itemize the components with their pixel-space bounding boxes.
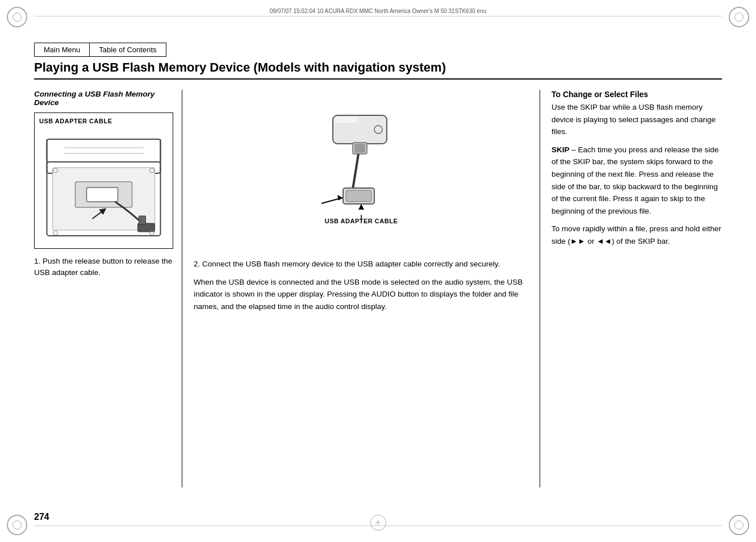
left-column: Connecting a USB Flash Memory Device USB… — [34, 90, 182, 487]
middle-column: USB ADAPTER CABLE 2. Connect the USB fla… — [182, 90, 540, 487]
right-text: Use the SKIP bar while a USB flash memor… — [552, 101, 722, 248]
corner-decoration-top-left — [7, 7, 27, 27]
move-text: To move rapidly within a file, press and… — [552, 223, 722, 247]
step1-text: 1. Push the release button to release th… — [34, 256, 173, 279]
print-info: 09/07/07 15:02:04 10 ACURA RDX MMC North… — [270, 8, 487, 14]
left-section-title: Connecting a USB Flash Memory Device — [34, 90, 173, 107]
content-columns: Connecting a USB Flash Memory Device USB… — [34, 90, 722, 487]
right-intro: Use the SKIP bar while a USB flash memor… — [552, 101, 722, 138]
usb-adapter-label-left: USB ADAPTER CABLE — [39, 118, 168, 124]
usb-flash-illustration: USB ADAPTER CABLE — [194, 95, 528, 255]
toc-button[interactable]: Table of Contents — [89, 43, 166, 57]
usb-diagram-box: USB ADAPTER CABLE — [34, 112, 173, 249]
right-section-title: To Change or Select Files — [552, 90, 722, 99]
middle-text: 2. Connect the USB flash memory device t… — [194, 258, 528, 312]
device-svg — [39, 128, 168, 241]
svg-rect-9 — [139, 216, 146, 224]
right-column: To Change or Select Files Use the SKIP b… — [540, 90, 722, 487]
skip-text: Each time you press and release the side… — [552, 145, 719, 215]
svg-marker-27 — [358, 204, 364, 210]
corner-decoration-bottom-left — [7, 515, 27, 535]
corner-decoration-bottom-right — [729, 515, 749, 535]
svg-rect-22 — [346, 190, 371, 202]
svg-rect-19 — [354, 144, 365, 153]
skip-dash: – — [571, 145, 576, 154]
top-border-line — [34, 16, 722, 16]
page-title: Playing a USB Flash Memory Device (Model… — [34, 60, 722, 80]
svg-marker-24 — [337, 195, 343, 201]
body-text: When the USB device is connected and the… — [194, 276, 528, 313]
step2-text: 2. Connect the USB flash memory device t… — [194, 258, 528, 270]
skip-description: SKIP – Each time you press and release t… — [552, 144, 722, 218]
page-container: 09/07/07 15:02:04 10 ACURA RDX MMC North… — [0, 0, 756, 542]
main-menu-button[interactable]: Main Menu — [34, 43, 89, 57]
usb-flash-svg: USB ADAPTER CABLE — [270, 98, 452, 252]
svg-rect-6 — [87, 187, 118, 202]
svg-rect-17 — [335, 117, 357, 123]
corner-decoration-top-right — [729, 7, 749, 27]
svg-point-12 — [53, 231, 58, 235]
nav-bar: Main Menu Table of Contents — [34, 43, 722, 57]
page-number: 274 — [34, 512, 49, 522]
bottom-crosshair — [370, 515, 386, 531]
skip-keyword: SKIP — [552, 145, 570, 154]
